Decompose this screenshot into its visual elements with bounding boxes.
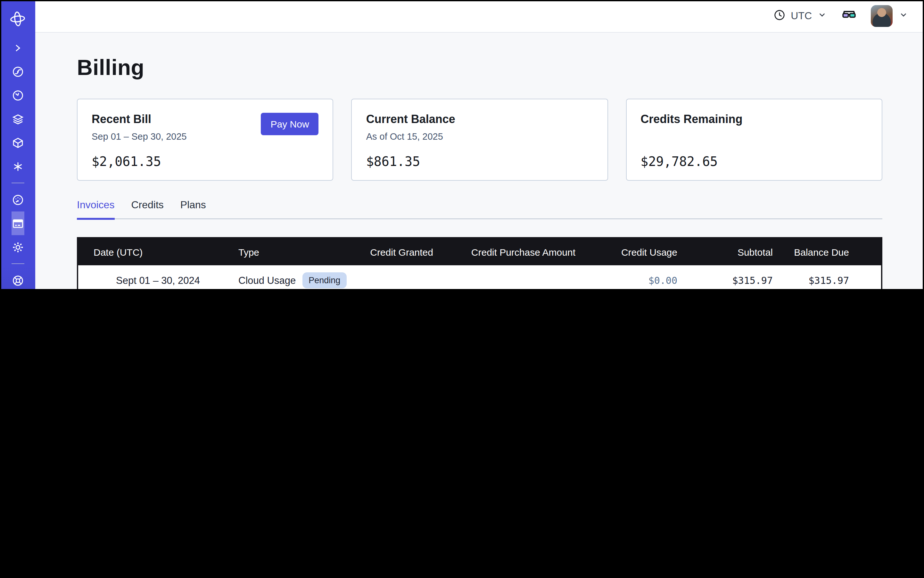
cube-icon xyxy=(11,136,24,149)
pay-now-button[interactable]: Pay Now xyxy=(261,113,319,135)
glasses-icon xyxy=(841,7,857,25)
sidebar-item-billing-card[interactable] xyxy=(11,211,24,235)
sidebar-item-dashboard-gauge[interactable] xyxy=(11,188,24,211)
tab-plans[interactable]: Plans xyxy=(180,199,206,219)
sidebar-item-galaxy[interactable] xyxy=(11,60,24,83)
billing-page: $ UTC xyxy=(0,0,924,289)
sidebar-item-life-ring[interactable] xyxy=(11,268,24,289)
galaxy-icon xyxy=(11,65,24,78)
card-subtitle xyxy=(640,132,867,142)
sidebar-item-history-clock[interactable] xyxy=(11,83,24,107)
settings-gear-icon xyxy=(11,240,24,253)
clock-icon xyxy=(773,9,786,23)
summary-cards: Recent Bill Sep 01 – Sep 30, 2025 $2,061… xyxy=(77,99,882,181)
status-badge: Pending xyxy=(302,272,347,289)
col-header-credit-purchase: Credit Purchase Amount xyxy=(441,239,583,265)
invoice-date: Sept 01 – 30, 2024 xyxy=(116,274,200,286)
col-header-type: Type xyxy=(239,239,360,265)
sidebar-item-settings-gear[interactable] xyxy=(11,235,24,259)
timezone-select[interactable]: UTC xyxy=(773,9,827,23)
sidebar-divider xyxy=(11,183,24,183)
user-avatar xyxy=(871,5,893,27)
credit-granted-value xyxy=(360,265,441,289)
current-balance-amount: $861.35 xyxy=(366,154,421,169)
chevron-down-icon xyxy=(817,10,827,23)
card-title: Current Balance xyxy=(366,113,593,126)
asterisk-icon xyxy=(11,160,24,173)
sidebar-logo[interactable] xyxy=(0,1,35,36)
billing-tabs: InvoicesCreditsPlans xyxy=(77,199,882,219)
timezone-label: UTC xyxy=(791,10,812,22)
current-balance-card: Current Balance As of Oct 15, 2025 $861.… xyxy=(351,99,608,181)
invoices-table: Date (UTC) Type Credit Granted Credit Pu… xyxy=(77,237,882,289)
card-title: Credits Remaining xyxy=(640,113,867,126)
tab-credits[interactable]: Credits xyxy=(131,199,163,219)
col-header-balance-due: Balance Due xyxy=(781,239,881,265)
page-title: Billing xyxy=(77,55,882,80)
sidebar-item-asterisk[interactable] xyxy=(11,154,24,178)
recent-bill-amount: $2,061.35 xyxy=(92,154,161,169)
tab-invoices[interactable]: Invoices xyxy=(77,199,114,219)
content: Billing Recent Bill Sep 01 – Sep 30, 202… xyxy=(35,32,924,289)
sidebar-item-layers[interactable] xyxy=(11,107,24,131)
col-header-date: Date (UTC) xyxy=(78,239,239,265)
main-area: UTC xyxy=(35,0,924,289)
dashboard-gauge-icon xyxy=(11,193,24,206)
invoice-type: Cloud Usage xyxy=(239,274,296,286)
history-clock-icon xyxy=(11,89,24,102)
account-menu[interactable] xyxy=(871,5,909,27)
card-subtitle: As of Oct 15, 2025 xyxy=(366,132,593,142)
sidebar-item-terminal-chevron[interactable] xyxy=(11,36,24,60)
terminal-chevron-icon xyxy=(11,41,24,54)
theme-glasses-button[interactable] xyxy=(841,7,857,25)
life-ring-icon xyxy=(11,274,24,287)
chevron-down-icon xyxy=(898,10,909,23)
recent-bill-card: Recent Bill Sep 01 – Sep 30, 2025 $2,061… xyxy=(77,99,333,181)
credits-remaining-amount: $29,782.65 xyxy=(640,154,718,169)
credits-remaining-card: Credits Remaining $29,782.65 xyxy=(626,99,882,181)
layers-icon xyxy=(11,112,24,125)
billing-card-icon xyxy=(11,217,24,230)
col-header-credit-usage: Credit Usage xyxy=(583,239,685,265)
sidebar-item-cube[interactable] xyxy=(11,131,24,154)
balance-due-value: $315.97 xyxy=(781,265,881,289)
col-header-subtotal: Subtotal xyxy=(685,239,781,265)
sidebar-divider xyxy=(11,263,24,264)
credit-purchase-value xyxy=(441,265,583,289)
credit-usage-value: $0.00 xyxy=(583,265,685,289)
table-header-row: Date (UTC) Type Credit Granted Credit Pu… xyxy=(78,239,881,265)
sidebar: $ xyxy=(0,0,35,289)
orbit-star-logo-icon xyxy=(9,10,26,27)
invoice-row: Sept 01 – 30, 2024 Cloud Usage Pending $… xyxy=(78,265,881,289)
col-header-credit-granted: Credit Granted xyxy=(360,239,441,265)
subtotal-value: $315.97 xyxy=(685,265,781,289)
topbar: UTC xyxy=(35,0,924,32)
